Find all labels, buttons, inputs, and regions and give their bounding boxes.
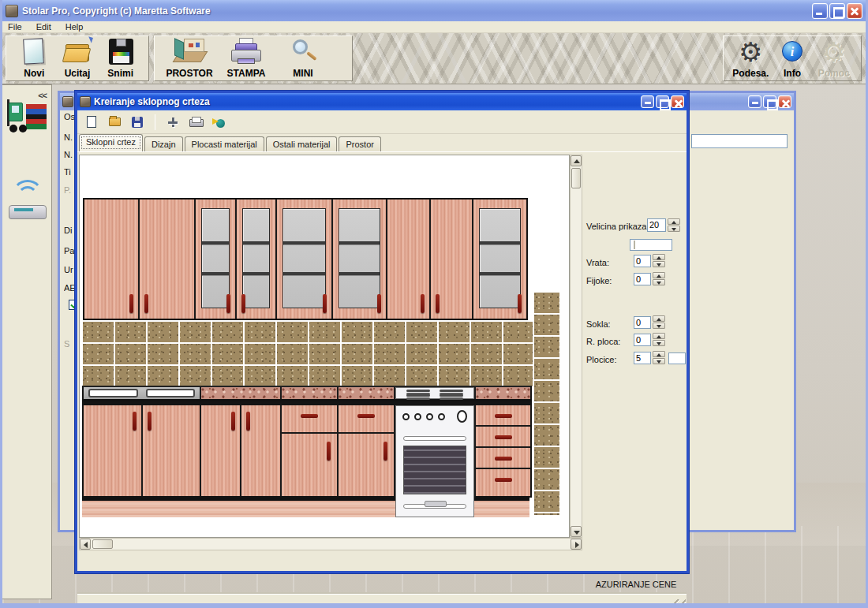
vertical-scrollbar[interactable] xyxy=(570,155,582,538)
scroll-down-button[interactable] xyxy=(571,526,582,537)
tab-sklopni-crtez[interactable]: Sklopni crtez xyxy=(79,134,143,151)
tab-prostor[interactable]: Prostor xyxy=(339,136,380,151)
scroll-left-button[interactable] xyxy=(80,539,91,550)
print-icon xyxy=(189,117,202,127)
tab-plocasti-materijal[interactable]: Plocasti materijal xyxy=(185,136,264,151)
stove-knobs xyxy=(402,410,467,423)
sokla-field[interactable]: 0 xyxy=(634,316,651,329)
tab-dizajn[interactable]: Dizajn xyxy=(144,136,183,151)
vrata-spinner[interactable] xyxy=(653,254,665,267)
plocice-field[interactable]: 5 xyxy=(634,352,651,364)
vrata-label: Vrata: xyxy=(586,258,609,267)
info-button[interactable]: i Info xyxy=(772,37,814,79)
horizontal-scroll-thumb[interactable] xyxy=(92,539,113,549)
kreiranje-toolbar xyxy=(77,110,687,134)
kreiranje-window-icon xyxy=(80,96,91,107)
glass-pane xyxy=(339,208,380,308)
menu-help[interactable]: Help xyxy=(65,22,84,32)
glass-divider xyxy=(283,272,325,275)
velicina-field[interactable]: 20 xyxy=(647,218,666,232)
base-cabinets xyxy=(82,401,532,498)
glass-divider xyxy=(202,241,229,244)
main-window-title: Stolar Pro, Copyright (c) Maretta Softwa… xyxy=(22,6,808,17)
menu-file[interactable]: File xyxy=(8,22,22,32)
mini-button[interactable]: MINI xyxy=(275,37,331,79)
fijoke-spinner[interactable] xyxy=(653,272,665,285)
bg-maximize-button[interactable] xyxy=(763,95,776,108)
base-cabinet-door xyxy=(84,405,141,496)
horizontal-scrollbar[interactable] xyxy=(79,538,582,550)
tab-ostali-materijal[interactable]: Ostali materijal xyxy=(266,136,338,151)
gear-icon: ⚙ xyxy=(732,37,769,67)
door-handle xyxy=(241,294,245,313)
resize-grip[interactable] xyxy=(673,599,686,608)
upper-cabinet-door xyxy=(387,200,429,319)
plocice-aux-field[interactable] xyxy=(668,352,686,364)
plocice-spinner[interactable] xyxy=(653,351,665,364)
burner xyxy=(406,390,430,392)
cw-save-button[interactable] xyxy=(129,114,145,130)
door-handle xyxy=(383,442,387,461)
sokla-spinner[interactable] xyxy=(653,315,665,329)
velicina-aux-field[interactable] xyxy=(630,239,672,251)
cw-minimize-button[interactable] xyxy=(641,95,654,108)
vrata-field[interactable]: 0 xyxy=(634,255,651,267)
close-button[interactable] xyxy=(847,3,862,19)
base-cabinet-door xyxy=(201,405,240,496)
fijoke-field[interactable]: 0 xyxy=(634,273,651,285)
door-handle xyxy=(246,412,250,431)
glass-divider xyxy=(243,272,269,275)
ucitaj-button[interactable]: Ucitaj xyxy=(56,37,99,79)
pomoc-button[interactable]: ⚙ Pomoc xyxy=(813,37,855,79)
menu-bar: File Edit Help xyxy=(2,21,866,33)
door-handle xyxy=(518,294,522,313)
scroll-up-button[interactable] xyxy=(571,155,582,166)
drawer-handle xyxy=(495,435,512,439)
cw-add-button[interactable] xyxy=(165,114,181,130)
r-ploca-spinner[interactable] xyxy=(653,333,665,346)
velicina-spinner[interactable] xyxy=(668,218,680,232)
bg-minimize-button[interactable] xyxy=(748,95,761,108)
drawing-canvas[interactable] xyxy=(79,155,570,538)
stampa-button[interactable]: STAMPA xyxy=(218,37,275,79)
burner xyxy=(440,394,463,397)
door-handle xyxy=(327,442,331,461)
snimi-button[interactable]: Snimi xyxy=(99,37,142,79)
cw-new-button[interactable] xyxy=(84,114,99,130)
glass-divider xyxy=(480,241,520,244)
r-ploca-field[interactable]: 0 xyxy=(634,334,651,346)
cw-maximize-button[interactable] xyxy=(656,95,669,108)
sink-segment xyxy=(84,387,200,399)
cw-exit-button[interactable] xyxy=(211,114,226,130)
upper-cabinet-door xyxy=(140,200,194,319)
prostor-button[interactable]: PROSTOR xyxy=(161,37,218,79)
bg-close-button[interactable] xyxy=(778,95,791,108)
base-cabinet-door xyxy=(282,434,337,496)
plocice-label: Plocice: xyxy=(586,355,617,364)
add-icon xyxy=(167,117,178,128)
scanner-icon[interactable] xyxy=(7,178,48,224)
door-handle xyxy=(231,412,235,431)
base-cabinet-door xyxy=(241,405,280,496)
sokla-label: Sokla: xyxy=(586,319,611,329)
upper-cabinet-door xyxy=(431,200,472,319)
novi-button[interactable]: Novi xyxy=(13,37,56,79)
cw-print-button[interactable] xyxy=(188,114,204,130)
minimize-button[interactable] xyxy=(812,3,828,19)
glass-divider xyxy=(202,272,229,275)
forklift-icon[interactable] xyxy=(7,98,48,147)
cw-open-button[interactable] xyxy=(107,114,122,130)
podesa-button[interactable]: ⚙ Podesa. xyxy=(730,37,772,79)
burner xyxy=(440,390,463,392)
vertical-scroll-thumb[interactable] xyxy=(571,168,581,188)
menu-edit[interactable]: Edit xyxy=(36,22,51,32)
bg-text-field[interactable] xyxy=(691,134,788,148)
door-handle xyxy=(436,294,440,313)
oven-handle xyxy=(403,436,466,441)
scroll-right-button[interactable] xyxy=(571,539,582,550)
settings-panel: Velicina prikaza: 20 Vrata: 0 Fijoke: 0 … xyxy=(583,152,687,552)
glass-divider xyxy=(243,241,269,244)
maximize-button[interactable] xyxy=(829,3,845,19)
cw-close-button[interactable] xyxy=(671,95,684,108)
upper-cabinet-door xyxy=(84,200,138,319)
